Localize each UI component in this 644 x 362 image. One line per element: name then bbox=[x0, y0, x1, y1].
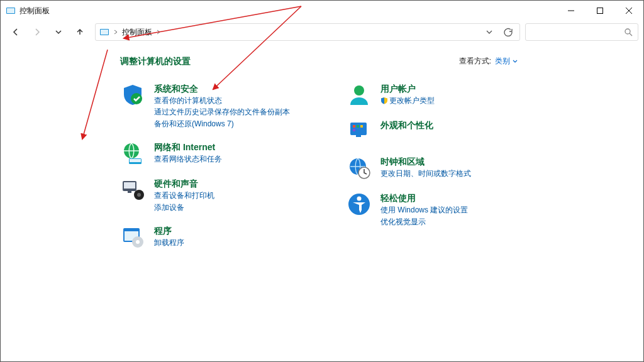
category-texts: 网络和 Internet查看网络状态和任务 bbox=[154, 141, 222, 166]
category-texts: 系统和安全查看你的计算机状态通过文件历史记录保存你的文件备份副本备份和还原(Wi… bbox=[154, 82, 290, 129]
svg-point-23 bbox=[354, 85, 364, 96]
uac-shield-icon bbox=[380, 97, 388, 107]
category-icon bbox=[347, 155, 372, 180]
svg-rect-15 bbox=[124, 182, 135, 189]
category-title[interactable]: 硬件和声音 bbox=[154, 178, 214, 190]
navbar: 控制面板 bbox=[1, 21, 643, 43]
svg-point-18 bbox=[137, 193, 141, 197]
category-texts: 程序卸载程序 bbox=[154, 224, 184, 250]
window-title: 控制面板 bbox=[19, 6, 50, 16]
address-control-panel-icon bbox=[99, 27, 109, 37]
category-title[interactable]: 轻松使用 bbox=[380, 193, 468, 204]
nav-back-button[interactable] bbox=[6, 23, 26, 41]
titlebar-left: 控制面板 bbox=[6, 6, 50, 16]
category-link[interactable]: 添加设备 bbox=[154, 202, 214, 213]
view-mode-dropdown[interactable]: 类别 bbox=[495, 56, 518, 67]
svg-rect-1 bbox=[7, 8, 14, 13]
svg-line-9 bbox=[630, 33, 632, 36]
nav-up-button[interactable] bbox=[70, 23, 90, 41]
svg-rect-16 bbox=[128, 191, 131, 193]
category-texts: 轻松使用使用 Windows 建议的设置优化视觉显示 bbox=[380, 192, 468, 228]
category-texts: 时钟和区域更改日期、时间或数字格式 bbox=[380, 155, 471, 180]
category-item: 时钟和区域更改日期、时间或数字格式 bbox=[347, 155, 535, 180]
breadcrumb-chevron-icon bbox=[113, 28, 118, 36]
category-icon bbox=[120, 177, 145, 202]
category-link[interactable]: 备份和还原(Windows 7) bbox=[154, 119, 290, 129]
svg-point-22 bbox=[136, 240, 140, 244]
window-controls bbox=[557, 1, 643, 21]
chevron-down-icon bbox=[513, 59, 518, 64]
view-mode-label: 查看方式: bbox=[459, 56, 491, 67]
refresh-button[interactable] bbox=[501, 25, 516, 40]
category-link[interactable]: 更改日期、时间或数字格式 bbox=[380, 168, 471, 179]
category-item: 硬件和声音查看设备和打印机添加设备 bbox=[120, 177, 309, 213]
svg-rect-25 bbox=[353, 125, 355, 128]
svg-rect-28 bbox=[353, 129, 355, 131]
category-item: 网络和 Internet查看网络状态和任务 bbox=[120, 141, 309, 166]
titlebar: 控制面板 bbox=[1, 1, 643, 21]
svg-point-8 bbox=[625, 29, 630, 34]
category-title[interactable]: 用户帐户 bbox=[380, 84, 435, 95]
search-icon bbox=[624, 28, 633, 36]
svg-rect-24 bbox=[350, 123, 367, 135]
nav-forward-button[interactable] bbox=[27, 23, 47, 41]
svg-rect-26 bbox=[357, 125, 359, 128]
category-title[interactable]: 程序 bbox=[154, 226, 184, 237]
minimize-button[interactable] bbox=[557, 1, 586, 21]
svg-rect-29 bbox=[356, 135, 361, 137]
category-texts: 外观和个性化 bbox=[380, 119, 433, 144]
content-area: 调整计算机的设置 查看方式: 类别 系统和安全查看你的计算机状态通过文件历史记录… bbox=[1, 43, 643, 361]
maximize-button[interactable] bbox=[586, 1, 614, 21]
category-columns: 系统和安全查看你的计算机状态通过文件历史记录保存你的文件备份副本备份和还原(Wi… bbox=[120, 82, 643, 250]
address-history-chevron-icon[interactable] bbox=[482, 25, 497, 40]
svg-rect-27 bbox=[360, 125, 363, 128]
close-button[interactable] bbox=[614, 1, 643, 21]
category-icon bbox=[347, 82, 372, 107]
category-link[interactable]: 优化视觉显示 bbox=[380, 217, 468, 228]
left-column: 系统和安全查看你的计算机状态通过文件历史记录保存你的文件备份副本备份和还原(Wi… bbox=[120, 82, 309, 250]
svg-rect-13 bbox=[130, 159, 141, 162]
view-mode-row: 查看方式: 类别 bbox=[459, 56, 518, 67]
window-root: 控制面板 控制面板 调整计算机的设置 bbox=[0, 0, 644, 362]
category-icon bbox=[120, 82, 145, 107]
category-link[interactable]: 使用 Windows 建议的设置 bbox=[380, 205, 468, 216]
breadcrumb-chevron-icon bbox=[156, 28, 161, 36]
control-panel-app-icon bbox=[6, 6, 16, 16]
category-link[interactable]: 查看网络状态和任务 bbox=[154, 154, 222, 165]
address-bar[interactable]: 控制面板 bbox=[95, 23, 520, 41]
category-title[interactable]: 时钟和区域 bbox=[380, 156, 471, 168]
nav-recent-button[interactable] bbox=[48, 23, 69, 41]
breadcrumb-root[interactable]: 控制面板 bbox=[122, 27, 152, 38]
category-icon bbox=[120, 224, 145, 250]
category-link[interactable]: 查看你的计算机状态 bbox=[154, 96, 290, 106]
category-icon bbox=[347, 119, 372, 144]
category-item: 系统和安全查看你的计算机状态通过文件历史记录保存你的文件备份副本备份和还原(Wi… bbox=[120, 82, 309, 129]
category-link[interactable]: 更改帐户类型 bbox=[380, 96, 435, 107]
category-title[interactable]: 系统和安全 bbox=[154, 84, 290, 95]
category-title[interactable]: 网络和 Internet bbox=[154, 142, 222, 153]
svg-point-33 bbox=[357, 197, 362, 201]
search-input[interactable] bbox=[525, 23, 638, 41]
category-link[interactable]: 查看设备和打印机 bbox=[154, 190, 214, 201]
category-item: 程序卸载程序 bbox=[120, 224, 309, 250]
category-title[interactable]: 外观和个性化 bbox=[380, 120, 433, 131]
page-heading: 调整计算机的设置 bbox=[120, 56, 643, 67]
category-icon bbox=[347, 192, 372, 217]
svg-rect-3 bbox=[597, 8, 603, 14]
view-mode-value: 类别 bbox=[495, 56, 510, 67]
svg-point-10 bbox=[131, 93, 142, 104]
category-item: 轻松使用使用 Windows 建议的设置优化视觉显示 bbox=[347, 192, 535, 228]
svg-rect-7 bbox=[101, 30, 108, 35]
category-link[interactable]: 卸载程序 bbox=[154, 238, 184, 248]
category-texts: 硬件和声音查看设备和打印机添加设备 bbox=[154, 177, 214, 213]
category-texts: 用户帐户更改帐户类型 bbox=[380, 82, 435, 107]
category-item: 外观和个性化 bbox=[347, 119, 535, 144]
category-link[interactable]: 通过文件历史记录保存你的文件备份副本 bbox=[154, 107, 290, 118]
category-icon bbox=[120, 141, 145, 166]
right-column: 用户帐户更改帐户类型外观和个性化时钟和区域更改日期、时间或数字格式轻松使用使用 … bbox=[347, 82, 535, 250]
category-item: 用户帐户更改帐户类型 bbox=[347, 82, 535, 107]
